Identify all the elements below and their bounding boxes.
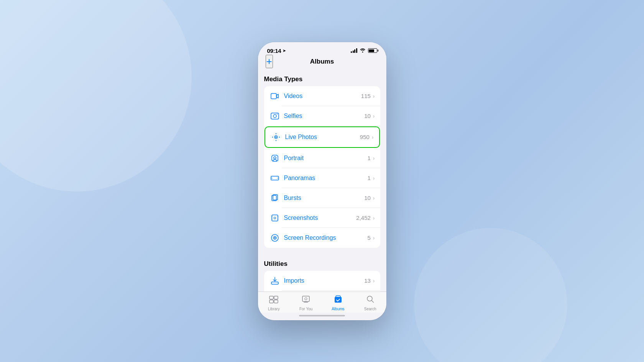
portrait-icon bbox=[269, 153, 280, 164]
signal-bars-icon bbox=[351, 48, 357, 53]
videos-count: 115 bbox=[361, 93, 371, 99]
albums-tab-label: Albums bbox=[332, 307, 344, 311]
tab-albums[interactable]: Albums bbox=[322, 295, 354, 311]
tab-search[interactable]: Search bbox=[354, 295, 386, 311]
svg-point-18 bbox=[274, 237, 276, 239]
bursts-label: Bursts bbox=[284, 195, 365, 201]
svg-rect-25 bbox=[274, 296, 278, 299]
imports-chevron: › bbox=[373, 278, 375, 284]
tab-bar: Library For You Albums bbox=[258, 292, 386, 313]
panoramas-chevron: › bbox=[373, 175, 375, 181]
svg-rect-27 bbox=[274, 300, 278, 303]
status-time: 09:14 bbox=[267, 48, 281, 54]
screen-recordings-icon bbox=[269, 233, 280, 243]
phone-frame: 09:14 ➤ + Albums bbox=[258, 42, 386, 320]
for-you-tab-label: For You bbox=[299, 307, 312, 311]
status-bar: 09:14 ➤ bbox=[258, 42, 386, 56]
svg-point-3 bbox=[277, 114, 278, 115]
live-photos-icon bbox=[271, 132, 281, 143]
videos-chevron: › bbox=[373, 93, 375, 99]
imports-count: 13 bbox=[364, 277, 371, 284]
svg-point-9 bbox=[279, 136, 279, 137]
list-item-panoramas[interactable]: Panoramas 1 › bbox=[264, 168, 380, 188]
list-item-live-photos[interactable]: Live Photos 950 › bbox=[264, 126, 380, 148]
bursts-count: 10 bbox=[364, 195, 371, 201]
home-indicator bbox=[258, 313, 386, 320]
albums-tab-icon bbox=[334, 295, 342, 306]
search-tab-icon bbox=[366, 295, 375, 306]
list-item-portrait[interactable]: Portrait 1 › bbox=[264, 148, 380, 168]
panoramas-count: 1 bbox=[367, 175, 370, 181]
search-tab-label: Search bbox=[364, 307, 376, 311]
selfies-label: Selfies bbox=[284, 113, 365, 120]
portrait-count: 1 bbox=[367, 155, 370, 161]
portrait-label: Portrait bbox=[284, 155, 368, 162]
svg-rect-30 bbox=[335, 297, 342, 303]
utilities-list: Imports 13 › Duplicates 51 › bbox=[264, 271, 380, 292]
home-bar bbox=[299, 315, 345, 316]
live-photos-count: 950 bbox=[360, 134, 370, 140]
panoramas-label: Panoramas bbox=[284, 175, 368, 182]
nav-header: + Albums bbox=[258, 56, 386, 69]
screenshots-icon bbox=[269, 213, 280, 223]
svg-rect-1 bbox=[271, 113, 279, 119]
bursts-chevron: › bbox=[373, 195, 375, 201]
videos-icon bbox=[269, 91, 280, 102]
svg-point-15 bbox=[274, 217, 276, 219]
status-icons bbox=[351, 48, 377, 54]
content-area: Media Types Videos 115 › bbox=[258, 69, 386, 292]
svg-rect-31 bbox=[336, 296, 340, 297]
portrait-chevron: › bbox=[373, 155, 375, 161]
svg-rect-0 bbox=[271, 93, 276, 99]
utilities-section-header: Utilities bbox=[258, 254, 386, 271]
tab-library[interactable]: Library bbox=[258, 295, 290, 311]
location-icon: ➤ bbox=[283, 48, 286, 53]
imports-label: Imports bbox=[284, 277, 365, 284]
library-tab-icon bbox=[269, 295, 278, 306]
media-types-section-header: Media Types bbox=[258, 69, 386, 86]
svg-point-7 bbox=[275, 140, 276, 141]
screen-recordings-count: 5 bbox=[367, 234, 370, 241]
media-types-list: Videos 115 › Selfies 10 › bbox=[264, 86, 380, 248]
list-item-screen-recordings[interactable]: Screen Recordings 5 › bbox=[264, 228, 380, 248]
svg-point-10 bbox=[274, 157, 276, 159]
screen-recordings-label: Screen Recordings bbox=[284, 234, 368, 241]
live-photos-label: Live Photos bbox=[285, 134, 360, 141]
list-item-selfies[interactable]: Selfies 10 › bbox=[264, 106, 380, 126]
svg-point-5 bbox=[275, 136, 277, 138]
videos-label: Videos bbox=[284, 93, 361, 100]
svg-rect-26 bbox=[269, 300, 273, 303]
selfies-icon bbox=[269, 111, 280, 121]
svg-rect-19 bbox=[271, 282, 278, 284]
list-item-videos[interactable]: Videos 115 › bbox=[264, 86, 380, 106]
screen-recordings-chevron: › bbox=[373, 235, 375, 241]
list-item-screenshots[interactable]: Screenshots 2,452 › bbox=[264, 208, 380, 228]
library-tab-label: Library bbox=[268, 307, 280, 311]
svg-point-6 bbox=[275, 133, 276, 134]
scroll-content[interactable]: Media Types Videos 115 › bbox=[258, 69, 386, 292]
list-item-duplicates[interactable]: Duplicates 51 › bbox=[264, 291, 380, 292]
svg-point-2 bbox=[273, 115, 276, 118]
for-you-tab-icon bbox=[302, 295, 310, 306]
screenshots-chevron: › bbox=[373, 215, 375, 221]
tab-for-you[interactable]: For You bbox=[290, 295, 322, 311]
bursts-icon bbox=[269, 193, 280, 203]
selfies-count: 10 bbox=[364, 113, 371, 119]
selfies-chevron: › bbox=[373, 113, 375, 119]
svg-rect-28 bbox=[302, 296, 309, 301]
screenshots-label: Screenshots bbox=[284, 215, 356, 221]
svg-rect-24 bbox=[269, 296, 273, 299]
add-album-button[interactable]: + bbox=[266, 55, 273, 68]
list-item-bursts[interactable]: Bursts 10 › bbox=[264, 188, 380, 208]
list-item-imports[interactable]: Imports 13 › bbox=[264, 271, 380, 291]
screenshots-count: 2,452 bbox=[356, 215, 371, 221]
wifi-icon bbox=[360, 48, 366, 54]
albums-title: Albums bbox=[310, 58, 334, 66]
battery-icon bbox=[368, 48, 377, 53]
svg-point-8 bbox=[272, 136, 273, 137]
imports-icon bbox=[269, 275, 280, 286]
svg-rect-14 bbox=[272, 215, 278, 221]
panoramas-icon bbox=[269, 173, 280, 183]
svg-point-29 bbox=[305, 298, 307, 300]
live-photos-chevron: › bbox=[372, 134, 374, 140]
